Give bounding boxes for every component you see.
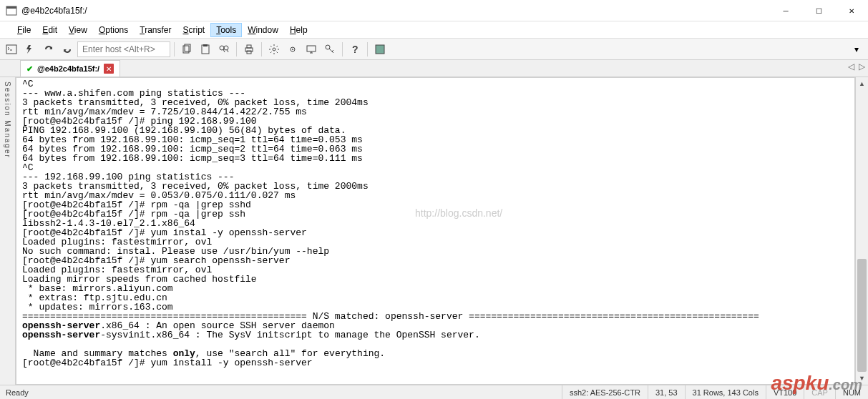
settings-icon[interactable] xyxy=(265,41,283,58)
svg-rect-10 xyxy=(247,45,251,48)
svg-rect-18 xyxy=(376,45,384,54)
menu-file[interactable]: File xyxy=(11,23,36,37)
status-bar: Ready ssh2: AES-256-CTR 31, 53 31 Rows, … xyxy=(0,385,868,399)
key-icon[interactable] xyxy=(321,41,338,58)
tab-close-button[interactable]: ✕ xyxy=(104,64,114,74)
help-icon[interactable]: ? xyxy=(346,41,364,58)
app-icon xyxy=(6,5,17,16)
sidebar-label: Session Manager xyxy=(4,82,11,159)
paste-icon[interactable] xyxy=(197,41,214,58)
toolbar-separator xyxy=(261,42,262,56)
window-controls: ─ ☐ ✕ xyxy=(769,0,868,21)
connected-icon: ✔ xyxy=(26,64,33,74)
window-title: @e4b2c4bfa15f:/ xyxy=(21,6,87,16)
menu-bar: FileEditViewOptionsTransferScriptToolsWi… xyxy=(0,21,868,39)
status-connection: ssh2: AES-256-CTR xyxy=(562,385,648,399)
copy-icon[interactable] xyxy=(178,41,195,58)
host-input[interactable] xyxy=(77,41,170,57)
status-cursor-pos: 31, 53 xyxy=(648,385,685,399)
svg-point-14 xyxy=(292,49,293,50)
toolbar-separator xyxy=(342,42,343,56)
session-tab[interactable]: ✔ @e4b2c4bfa15f:/ ✕ xyxy=(20,60,120,77)
disconnect-icon[interactable] xyxy=(59,41,76,58)
toolbar: ? ▾ xyxy=(0,39,868,60)
menu-tools[interactable]: Tools xyxy=(210,23,242,37)
menu-view[interactable]: View xyxy=(63,23,93,37)
menu-options[interactable]: Options xyxy=(93,23,134,37)
minimize-button[interactable]: ─ xyxy=(769,0,802,21)
tab-prev-button[interactable]: ◁ xyxy=(848,61,854,72)
terminal-output[interactable]: ^C --- www.a.shifen.com ping statistics … xyxy=(16,77,855,385)
tab-nav: ◁ ▷ xyxy=(848,61,865,72)
scroll-up-button[interactable]: ▲ xyxy=(856,77,868,90)
toggle-icon[interactable] xyxy=(371,41,389,58)
status-caps: CAP xyxy=(804,385,835,399)
vertical-scrollbar[interactable]: ▲ ▼ xyxy=(855,77,868,385)
svg-rect-2 xyxy=(6,45,16,54)
menu-edit[interactable]: Edit xyxy=(36,23,63,37)
session-icon[interactable] xyxy=(303,41,320,58)
menu-script[interactable]: Script xyxy=(177,23,211,37)
scroll-down-button[interactable]: ▼ xyxy=(856,372,868,385)
status-term-type: VT100 xyxy=(766,385,804,399)
tab-bar: ✔ @e4b2c4bfa15f:/ ✕ ◁ ▷ xyxy=(0,60,868,77)
toolbar-separator xyxy=(236,42,237,56)
reconnect-icon[interactable] xyxy=(40,41,57,58)
svg-point-12 xyxy=(273,48,275,51)
maximize-button[interactable]: ☐ xyxy=(802,0,835,21)
close-button[interactable]: ✕ xyxy=(835,0,868,21)
title-bar: @e4b2c4bfa15f:/ ─ ☐ ✕ xyxy=(0,0,868,21)
tab-next-button[interactable]: ▷ xyxy=(859,61,865,72)
svg-point-8 xyxy=(224,46,228,50)
quick-connect-icon[interactable] xyxy=(21,41,39,58)
svg-rect-6 xyxy=(203,44,208,46)
menu-help[interactable]: Help xyxy=(284,23,313,37)
print-icon[interactable] xyxy=(240,41,258,58)
menu-transfer[interactable]: Transfer xyxy=(134,23,177,37)
svg-text:?: ? xyxy=(352,44,359,55)
toolbar-separator xyxy=(174,42,175,56)
scroll-thumb[interactable] xyxy=(857,259,867,372)
status-num: NUM xyxy=(835,385,868,399)
svg-rect-1 xyxy=(6,6,16,9)
status-ready: Ready xyxy=(0,388,562,397)
gear-icon[interactable] xyxy=(284,41,301,58)
toolbar-overflow[interactable]: ▾ xyxy=(848,41,865,58)
menu-window[interactable]: Window xyxy=(242,23,284,37)
status-size: 31 Rows, 143 Cols xyxy=(685,385,766,399)
svg-rect-15 xyxy=(307,46,316,51)
terminal-icon[interactable] xyxy=(3,41,20,58)
tab-title: @e4b2c4bfa15f:/ xyxy=(37,64,99,73)
scroll-track[interactable] xyxy=(856,90,868,372)
session-manager-sidebar[interactable]: Session Manager xyxy=(0,77,16,385)
toolbar-separator xyxy=(367,42,368,56)
find-icon[interactable] xyxy=(215,41,233,58)
